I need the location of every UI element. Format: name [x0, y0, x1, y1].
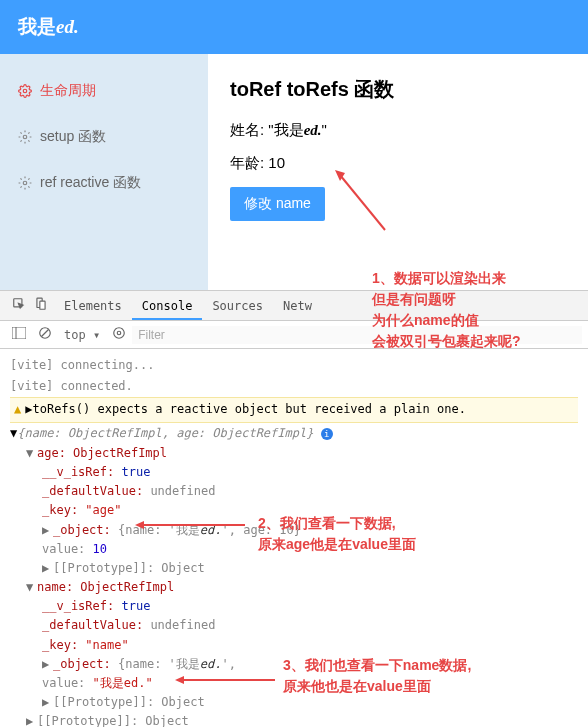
tree-row: _defaultValue: undefined — [42, 616, 578, 635]
sidebar-item-label: 生命周期 — [40, 82, 96, 100]
tree-row: __v_isRef: true — [42, 463, 578, 482]
svg-point-2 — [23, 181, 27, 185]
collapse-icon[interactable]: ▼ — [26, 444, 35, 463]
name-label: 姓名: — [230, 121, 264, 138]
svg-point-1 — [23, 135, 27, 139]
expand-icon[interactable]: ▶ — [42, 655, 51, 674]
arrow-icon — [330, 165, 390, 235]
svg-marker-8 — [175, 676, 184, 684]
object-root[interactable]: ▼{name: ObjectRefImpl, age: ObjectRefImp… — [10, 423, 578, 444]
svg-point-17 — [117, 331, 121, 335]
expand-icon[interactable]: ▶ — [26, 712, 35, 727]
page-title: toRef toRefs 函数 — [230, 76, 566, 103]
tree-row[interactable]: ▼name: ObjectRefImpl — [26, 578, 578, 597]
expand-icon[interactable]: ▶ — [42, 559, 51, 578]
clear-console-icon[interactable] — [32, 326, 58, 343]
sidebar-item-setup[interactable]: setup 函数 — [0, 114, 208, 160]
change-name-button[interactable]: 修改 name — [230, 187, 325, 221]
name-value-ed: ed. — [304, 122, 322, 138]
tab-console[interactable]: Console — [132, 292, 203, 320]
age-value: 10 — [268, 154, 285, 171]
tab-elements[interactable]: Elements — [54, 292, 132, 320]
sidebar-item-label: setup 函数 — [40, 128, 106, 146]
title-ed: ed. — [56, 16, 79, 37]
title-prefix: 我是 — [18, 16, 56, 37]
log-line: [vite] connecting... — [10, 355, 578, 376]
arrow-icon — [170, 672, 280, 692]
tree-row[interactable]: ▼age: ObjectRefImpl — [26, 444, 578, 463]
tree-row[interactable]: ▶[[Prototype]]: Object — [42, 559, 578, 578]
tab-network[interactable]: Netw — [273, 292, 322, 320]
warning-icon: ▲ — [14, 402, 21, 416]
tab-sources[interactable]: Sources — [202, 292, 273, 320]
log-line: [vite] connected. — [10, 376, 578, 397]
gear-icon — [18, 130, 32, 144]
context-selector[interactable]: top ▾ — [58, 328, 106, 342]
name-row: 姓名: "我是ed." — [230, 121, 566, 140]
inspect-icon[interactable] — [12, 297, 26, 314]
annotation-1: 1、数据可以渲染出来 但是有问题呀 为什么name的值 会被双引号包裹起来呢? — [372, 268, 521, 352]
info-icon[interactable]: i — [321, 428, 333, 440]
expand-icon[interactable]: ▶ — [42, 521, 51, 540]
collapse-icon[interactable]: ▼ — [26, 578, 35, 597]
svg-line-3 — [340, 175, 385, 230]
age-row: 年龄: 10 — [230, 154, 566, 173]
svg-point-16 — [114, 328, 125, 339]
eye-icon[interactable] — [106, 326, 132, 343]
device-icon[interactable] — [34, 297, 48, 314]
name-value-prefix: "我是 — [268, 121, 303, 138]
annotation-2: 2、我们查看一下数据, 原来age他是在value里面 — [258, 513, 416, 555]
warning-line: ▲▶toRefs() expects a reactive object but… — [10, 397, 578, 422]
sidebar: 生命周期 setup 函数 ref reactive 函数 — [0, 54, 208, 290]
main-area: 生命周期 setup 函数 ref reactive 函数 toRef toRe… — [0, 54, 588, 290]
name-value-suffix: " — [322, 121, 327, 138]
expand-icon[interactable]: ▶ — [42, 693, 51, 712]
tree-row: __v_isRef: true — [42, 597, 578, 616]
gear-icon — [18, 84, 32, 98]
svg-line-15 — [42, 330, 49, 337]
svg-marker-6 — [135, 521, 144, 529]
arrow-icon — [130, 517, 250, 537]
sidebar-toggle-icon[interactable] — [6, 327, 32, 342]
tree-row[interactable]: ▶[[Prototype]]: Object — [26, 712, 578, 727]
gear-icon — [18, 176, 32, 190]
svg-point-0 — [23, 89, 27, 93]
content-panel: toRef toRefs 函数 姓名: "我是ed." 年龄: 10 修改 na… — [208, 54, 588, 290]
sidebar-item-label: ref reactive 函数 — [40, 174, 141, 192]
svg-rect-11 — [40, 301, 45, 309]
sidebar-item-lifecycle[interactable]: 生命周期 — [0, 68, 208, 114]
tree-row: _defaultValue: undefined — [42, 482, 578, 501]
annotation-3: 3、我们也查看一下name数据, 原来他也是在value里面 — [283, 655, 471, 697]
app-header: 我是ed. — [0, 0, 588, 54]
svg-rect-12 — [12, 327, 26, 339]
age-label: 年龄: — [230, 154, 264, 171]
sidebar-item-ref-reactive[interactable]: ref reactive 函数 — [0, 160, 208, 206]
tree-row: _key: "name" — [42, 636, 578, 655]
